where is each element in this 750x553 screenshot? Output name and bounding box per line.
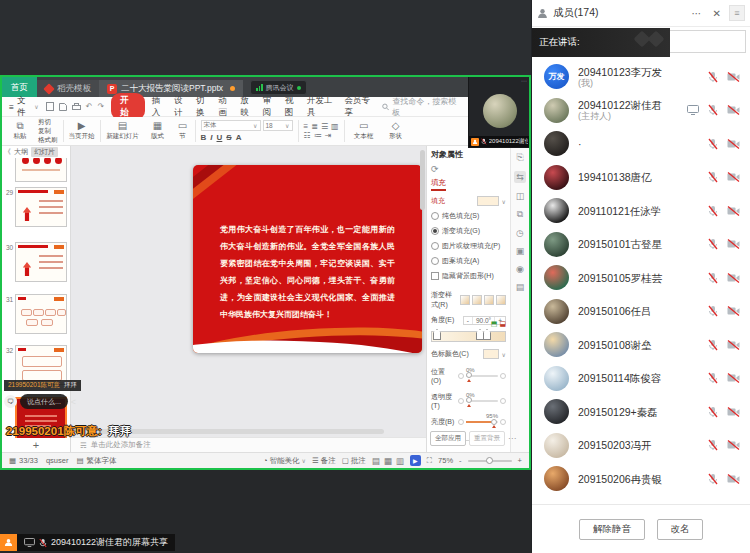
more-options-icon[interactable]: ⋯ [508, 434, 516, 443]
mic-muted-icon[interactable] [708, 406, 718, 418]
rename-button[interactable]: 改名 [657, 519, 703, 540]
menu-item[interactable]: 设计 [174, 95, 189, 119]
mic-muted-icon[interactable] [708, 339, 718, 351]
zoom-out-button[interactable]: - [459, 456, 462, 465]
camera-off-icon[interactable] [727, 206, 740, 216]
add-slide-button[interactable]: + [2, 438, 70, 452]
camera-off-icon[interactable] [727, 172, 740, 182]
member-row[interactable]: 209150206冉贵银 [532, 462, 750, 496]
mic-muted-icon[interactable] [708, 272, 718, 284]
format-u-button[interactable]: U [217, 133, 223, 142]
mic-muted-icon[interactable] [708, 104, 718, 116]
video-more-icon[interactable]: ⋯ [521, 77, 527, 85]
unmute-button[interactable]: 解除静音 [579, 519, 645, 540]
video-thumbnail-overlay[interactable]: ⋯ 209410122谢佳君 [468, 76, 531, 148]
notes-bar[interactable]: ☴ 单击此处添加备注 [71, 437, 426, 452]
menu-item[interactable]: 放映 [240, 95, 255, 119]
gradient-stop[interactable] [476, 329, 484, 340]
comment-toggle[interactable]: ▢ 批注 [342, 456, 366, 466]
angle-minus[interactable]: - [464, 317, 472, 324]
camera-off-icon[interactable] [727, 373, 740, 383]
stop-color-swatch[interactable] [483, 349, 499, 359]
numbering-icon[interactable]: ≔ [314, 132, 322, 140]
fill-color-swatch[interactable] [477, 196, 499, 206]
font-mode[interactable]: ▤ 繁体字体 [76, 456, 116, 466]
paste-button[interactable]: ⧉ 粘贴 [7, 121, 33, 141]
font-name-select[interactable]: 宋体∨ [201, 120, 261, 131]
format-b-button[interactable]: B [201, 133, 207, 142]
slideshow-play-button[interactable]: ▶ [410, 455, 421, 466]
picture-fill-radio[interactable] [431, 242, 439, 250]
close-panel-button[interactable]: ✕ [710, 8, 724, 19]
read-view-icon[interactable]: ▥ [396, 456, 404, 466]
slide-thumbnail[interactable]: 31 [15, 294, 67, 334]
collapse-chat-icon[interactable]: < [71, 397, 76, 407]
columns-icon[interactable]: ▥ [331, 123, 339, 131]
menu-item[interactable]: 审阅 [263, 95, 278, 119]
shape-button[interactable]: ◇ 形状 [383, 121, 409, 141]
gradient-stop[interactable] [433, 329, 441, 340]
mic-muted-icon[interactable] [708, 71, 718, 83]
pattern-fill-radio[interactable] [431, 257, 439, 265]
new-slide-button[interactable]: ▤ 新建幻灯片 [106, 121, 140, 141]
gradient-style-buttons[interactable] [460, 295, 506, 305]
camera-off-icon[interactable] [727, 239, 740, 249]
slides-tab[interactable]: 幻灯片 [31, 147, 58, 157]
format-s-button[interactable]: S [226, 133, 231, 142]
panel-menu-button[interactable]: ≡ [729, 5, 745, 21]
zoom-slider[interactable] [468, 460, 512, 462]
more-button[interactable]: ⋯ [689, 8, 705, 19]
indent-icon[interactable]: ⇥ [325, 132, 332, 140]
gradient-stop[interactable] [483, 329, 491, 340]
menu-start[interactable]: 开始 [111, 93, 145, 120]
print-icon[interactable] [72, 103, 81, 111]
menu-item[interactable]: 动画 [218, 95, 233, 119]
brightness-slider[interactable]: 95% [458, 419, 506, 425]
screen-share-banner[interactable]: 209410122谢佳君的屏幕共享 [0, 534, 175, 551]
chat-bubble-icon[interactable]: 🗨 [4, 395, 17, 408]
mic-muted-icon[interactable] [708, 305, 718, 317]
align-left-icon[interactable]: ≡ [304, 123, 309, 131]
member-row[interactable]: 209110121任泳学 [532, 194, 750, 228]
outline-tab[interactable]: 大纲 [14, 147, 28, 157]
align-center-icon[interactable]: ≣ [311, 123, 318, 131]
redo-icon[interactable]: ↷ [97, 102, 104, 111]
cut-button[interactable]: 剪切 [38, 118, 58, 126]
gradient-fill-radio[interactable] [431, 227, 439, 235]
grid-icon[interactable]: ▤ [516, 282, 525, 292]
member-row[interactable]: 209150106任吕 [532, 295, 750, 329]
undo-icon[interactable]: ↶ [86, 102, 93, 111]
slide-thumbnail[interactable]: 32 [15, 345, 67, 385]
menu-item[interactable]: 开发工具 [307, 95, 337, 119]
section-button[interactable]: ▭ 节 [176, 121, 190, 141]
slide-body-text[interactable]: 党用伟大奋斗创造了百年伟业，也一定能用新的伟大奋斗创造新的伟业。全党全军全国各族… [220, 221, 395, 323]
current-slide[interactable]: 党用伟大奋斗创造了百年伟业，也一定能用新的伟大奋斗创造新的伟业。全党全军全国各族… [193, 165, 422, 353]
camera-off-icon[interactable] [727, 273, 740, 283]
smart-beautify-button[interactable]: ◔ 智能美化 ∨ [263, 456, 306, 466]
slide-thumbnail[interactable]: 30 [15, 242, 67, 282]
history-icon[interactable]: ◷ [516, 228, 524, 238]
play-from-current-button[interactable]: ▶ 当页开始 [69, 121, 95, 141]
command-search[interactable]: 查找命令，搜索模板 [382, 96, 458, 118]
camera-off-icon[interactable] [727, 474, 740, 484]
member-row[interactable]: 209150203冯开 [532, 429, 750, 463]
mic-muted-icon[interactable] [708, 205, 718, 217]
camera-off-icon[interactable] [727, 306, 740, 316]
textbox-button[interactable]: ▭ 文本框 [350, 121, 378, 141]
camera-off-icon[interactable] [727, 340, 740, 350]
grid-view-icon[interactable]: ▦ [384, 456, 392, 466]
refresh-shape-icon[interactable]: ⟳ [431, 164, 506, 174]
mic-muted-icon[interactable] [708, 473, 718, 485]
meeting-indicator-pill[interactable]: 腾讯会议 [250, 80, 307, 95]
help-icon[interactable]: ◉ [516, 264, 524, 274]
add-stop-icon[interactable]: ⬒ [491, 320, 498, 328]
member-row[interactable]: 209150101古登星 [532, 228, 750, 262]
normal-view-icon[interactable]: ▤ [372, 456, 380, 466]
split-icon[interactable]: ◫ [516, 191, 525, 201]
members-list[interactable]: 万发 209410123李万发 (我) 209410122谢佳君 (主持人) · [532, 57, 750, 504]
slide-thumbnail[interactable]: 29 [15, 187, 67, 227]
wps-template-tab[interactable]: 稻壳模板 [37, 80, 99, 97]
zoom-in-button[interactable]: + [518, 456, 522, 465]
notes-toggle[interactable]: ☰ 备注 [312, 456, 336, 466]
reset-background-button[interactable]: 重置背景 [469, 431, 505, 446]
